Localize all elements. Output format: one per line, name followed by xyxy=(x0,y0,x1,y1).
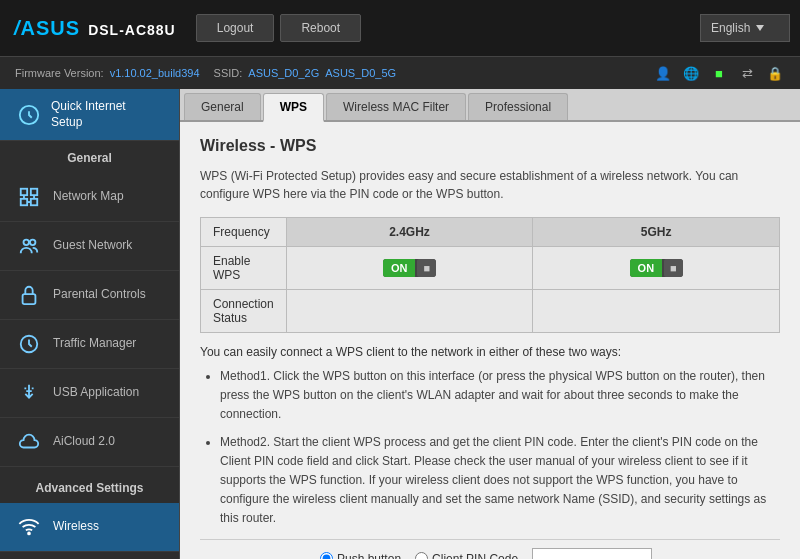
methods-list: Method1. Click the WPS button on this in… xyxy=(200,367,780,529)
wireless-label: Wireless xyxy=(53,519,99,535)
connection-status-label: Connection Status xyxy=(201,290,287,333)
content-area: General WPS Wireless MAC Filter Professi… xyxy=(180,89,800,559)
enable-wps-row: Enable WPS ON ■ ON ■ xyxy=(201,247,780,290)
sidebar: Quick InternetSetup General Network Map … xyxy=(0,89,180,559)
aicloud-label: AiCloud 2.0 xyxy=(53,434,115,450)
logout-button[interactable]: Logout xyxy=(196,14,275,42)
ssid-label: SSID: xyxy=(214,67,243,79)
methods-intro: You can easily connect a WPS client to t… xyxy=(200,345,780,359)
guest-network-icon xyxy=(15,232,43,260)
wps-method-options: Push button Client PIN Code Start xyxy=(320,548,652,560)
sidebar-item-parental-controls[interactable]: Parental Controls xyxy=(0,271,179,320)
parental-controls-label: Parental Controls xyxy=(53,287,146,303)
user-icon: 👤 xyxy=(653,65,673,81)
frequency-label: Frequency xyxy=(201,218,287,247)
svg-point-8 xyxy=(24,240,30,246)
advanced-section-title: Advanced Settings xyxy=(0,471,179,503)
connection-status-row: Connection Status xyxy=(201,290,780,333)
general-section-title: General xyxy=(0,141,179,173)
wps-toggle-2g[interactable]: ON ■ xyxy=(286,247,533,290)
usb-application-label: USB Application xyxy=(53,385,139,401)
toggle-2g-on: ON xyxy=(383,259,416,277)
tab-bar: General WPS Wireless MAC Filter Professi… xyxy=(180,89,800,122)
tab-wps[interactable]: WPS xyxy=(263,93,324,122)
push-button-option[interactable]: Push button xyxy=(320,552,401,560)
header-buttons: Logout Reboot xyxy=(196,14,361,42)
network-map-label: Network Map xyxy=(53,189,124,205)
svg-point-12 xyxy=(28,533,30,535)
connection-status-5g xyxy=(533,290,780,333)
tab-general[interactable]: General xyxy=(184,93,261,120)
svg-point-9 xyxy=(30,240,35,246)
quick-setup-icon xyxy=(15,101,43,129)
ssid-5g-link[interactable]: ASUS_D0_5G xyxy=(325,67,396,79)
tab-professional[interactable]: Professional xyxy=(468,93,568,120)
svg-rect-4 xyxy=(31,199,37,205)
sidebar-item-aicloud[interactable]: AiCloud 2.0 xyxy=(0,418,179,467)
network-map-icon xyxy=(15,183,43,211)
language-selector[interactable]: English xyxy=(700,14,790,42)
arrow-icon: ⇄ xyxy=(737,65,757,81)
brand-logo: /ASUSDSL-AC88U xyxy=(10,17,176,40)
header-icons: 👤 🌐 ■ ⇄ 🔒 xyxy=(653,65,785,81)
firmware-link[interactable]: v1.10.02_build394 xyxy=(110,67,200,79)
quick-setup-label: Quick InternetSetup xyxy=(51,99,126,130)
model-name: DSL-AC88U xyxy=(88,22,176,38)
traffic-manager-icon xyxy=(15,330,43,358)
svg-rect-1 xyxy=(21,189,27,195)
info-bar: Firmware Version: v1.10.02_build394 SSID… xyxy=(0,56,800,89)
sidebar-item-lan[interactable]: LAN xyxy=(0,552,179,559)
push-button-radio[interactable] xyxy=(320,552,333,559)
sidebar-item-network-map[interactable]: Network Map xyxy=(0,173,179,222)
connection-status-2g xyxy=(286,290,533,333)
lock-icon: 🔒 xyxy=(765,65,785,81)
sidebar-item-traffic-manager[interactable]: Traffic Manager xyxy=(0,320,179,369)
client-pin-radio[interactable] xyxy=(415,552,428,559)
toggle-2g-off: ■ xyxy=(417,259,436,277)
wifi-icon xyxy=(15,513,43,541)
wps-method-row: WPS Method: Push button Client PIN Code xyxy=(200,539,780,560)
toggle-5g-on: ON xyxy=(630,259,663,277)
ssid-2g-link[interactable]: ASUS_D0_2G xyxy=(248,67,319,79)
push-button-label: Push button xyxy=(337,552,401,560)
enable-wps-label: Enable WPS xyxy=(201,247,287,290)
sidebar-item-quick-setup[interactable]: Quick InternetSetup xyxy=(0,89,179,141)
firmware-label: Firmware Version: xyxy=(15,67,104,79)
globe-icon: 🌐 xyxy=(681,65,701,81)
method2-item: Method2. Start the client WPS process an… xyxy=(220,433,780,529)
header: /ASUSDSL-AC88U Logout Reboot English xyxy=(0,0,800,56)
frequency-row: Frequency 2.4GHz 5GHz xyxy=(201,218,780,247)
sidebar-item-wireless[interactable]: Wireless xyxy=(0,503,179,552)
svg-rect-3 xyxy=(21,199,27,205)
toggle-5g[interactable]: ON ■ xyxy=(630,259,683,277)
wps-toggle-5g[interactable]: ON ■ xyxy=(533,247,780,290)
svg-rect-10 xyxy=(23,294,36,304)
sidebar-item-guest-network[interactable]: Guest Network xyxy=(0,222,179,271)
content-body: Wireless - WPS WPS (Wi-Fi Protected Setu… xyxy=(180,122,800,559)
freq-2g: 2.4GHz xyxy=(286,218,533,247)
guest-network-label: Guest Network xyxy=(53,238,132,254)
wps-radio-row: Push button Client PIN Code xyxy=(320,548,652,560)
traffic-manager-label: Traffic Manager xyxy=(53,336,136,352)
page-description: WPS (Wi-Fi Protected Setup) provides eas… xyxy=(200,167,780,203)
reboot-button[interactable]: Reboot xyxy=(280,14,361,42)
main-layout: Quick InternetSetup General Network Map … xyxy=(0,89,800,559)
toggle-2g[interactable]: ON ■ xyxy=(383,259,436,277)
sidebar-item-usb-application[interactable]: USB Application xyxy=(0,369,179,418)
pin-input[interactable] xyxy=(532,548,652,560)
parental-controls-icon xyxy=(15,281,43,309)
cloud-icon xyxy=(15,428,43,456)
page-title: Wireless - WPS xyxy=(200,137,780,155)
toggle-5g-off: ■ xyxy=(664,259,683,277)
usb-icon xyxy=(15,379,43,407)
client-pin-label: Client PIN Code xyxy=(432,552,518,560)
client-pin-option[interactable]: Client PIN Code xyxy=(415,552,518,560)
chevron-down-icon xyxy=(756,25,764,31)
language-label: English xyxy=(711,21,750,35)
wps-table: Frequency 2.4GHz 5GHz Enable WPS ON ■ xyxy=(200,217,780,333)
svg-rect-2 xyxy=(31,189,37,195)
network-icon: ■ xyxy=(709,65,729,81)
tab-mac-filter[interactable]: Wireless MAC Filter xyxy=(326,93,466,120)
method1-item: Method1. Click the WPS button on this in… xyxy=(220,367,780,425)
freq-5g: 5GHz xyxy=(533,218,780,247)
